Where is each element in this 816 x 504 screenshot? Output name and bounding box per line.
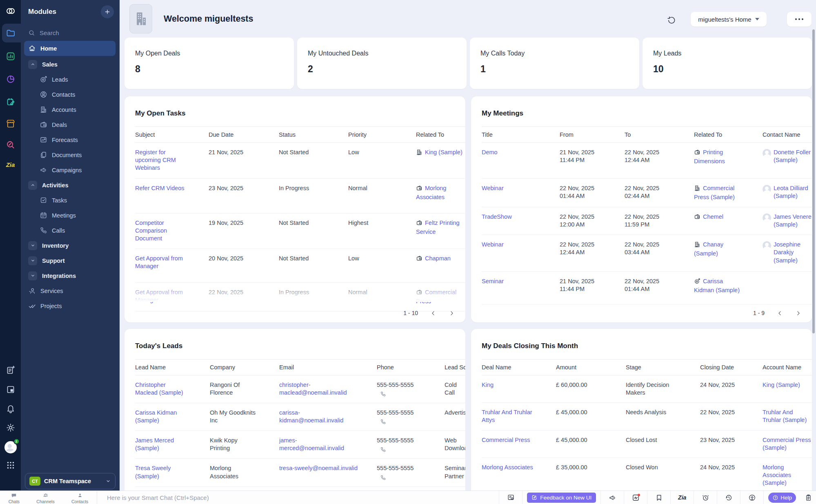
- bookmark-tag-icon[interactable]: [647, 491, 670, 504]
- related-link[interactable]: Chemel: [703, 213, 723, 220]
- next-page-button[interactable]: [449, 310, 455, 316]
- sidebar-item-home[interactable]: Home: [24, 41, 116, 56]
- vertical-scrollbar[interactable]: [812, 29, 815, 333]
- settings-gear-icon[interactable]: [6, 423, 16, 433]
- modules-folder-icon[interactable]: [6, 28, 16, 38]
- notifications-bell-icon[interactable]: [6, 404, 16, 413]
- task-link[interactable]: Refer CRM Videos: [135, 185, 185, 191]
- search-input[interactable]: [39, 29, 104, 37]
- sidebar-item-meetings[interactable]: Meetings: [21, 208, 120, 223]
- smart-chat-bar[interactable]: [97, 491, 499, 504]
- email-link[interactable]: james-merced@noemail.invalid: [279, 437, 344, 451]
- stat-card-open-deals[interactable]: My Open Deals 8: [125, 38, 294, 89]
- contact-link[interactable]: Josephine Darakjy (Sample): [774, 241, 812, 264]
- table-row[interactable]: Get Approval from Manager 22 Nov, 2025In…: [135, 283, 465, 311]
- sidebar-item-forecasts[interactable]: Forecasts: [21, 132, 120, 147]
- sidebar-item-campaigns[interactable]: Campaigns: [21, 162, 120, 178]
- tab-chats[interactable]: Chats: [9, 493, 20, 504]
- sidebar-section-sales[interactable]: Sales: [21, 57, 120, 72]
- meeting-link[interactable]: Demo: [482, 149, 498, 155]
- phone-icon[interactable]: [380, 391, 427, 397]
- chevron-up-icon[interactable]: [28, 60, 37, 69]
- chevron-down-icon[interactable]: [28, 256, 37, 265]
- more-options-button[interactable]: [787, 12, 812, 27]
- task-link[interactable]: Get Approval from Manager: [135, 289, 183, 303]
- activity-pulse-icon[interactable]: [624, 491, 647, 504]
- table-row[interactable]: Refer CRM Videos 23 Nov, 2025In Progress…: [135, 179, 465, 213]
- compose-note-icon[interactable]: [6, 365, 16, 375]
- announcements-megaphone-icon[interactable]: [600, 491, 624, 504]
- reports-pie-icon[interactable]: [6, 74, 16, 84]
- marketplace-icon[interactable]: [6, 119, 16, 129]
- contact-link[interactable]: Leota Dilliard (Sample): [774, 184, 812, 200]
- chevron-down-icon[interactable]: [28, 271, 37, 280]
- sidebar-item-documents[interactable]: Documents: [21, 147, 120, 162]
- sidebar-item-calls[interactable]: Calls: [21, 223, 120, 238]
- email-link[interactable]: carissa-kidman@noemail.invalid: [279, 409, 343, 424]
- task-link[interactable]: Get Apporval from Manager: [135, 255, 183, 269]
- sidebar-item-projects[interactable]: Projects: [21, 298, 120, 313]
- deal-link[interactable]: Morlong Associates: [482, 464, 533, 471]
- table-row[interactable]: Webinar 22 Nov, 202501:44 AM 22 Nov, 202…: [482, 179, 812, 207]
- deal-link[interactable]: King: [482, 382, 494, 388]
- related-link[interactable]: Carissa Kidman (Sample): [694, 278, 740, 293]
- lead-link[interactable]: Carissa Kidman (Sample): [135, 409, 177, 424]
- account-link[interactable]: King (Sample): [763, 382, 800, 388]
- next-page-button[interactable]: [795, 310, 801, 316]
- zoho-logo-icon[interactable]: [6, 6, 16, 16]
- table-row[interactable]: Seminar 21 Nov, 202511:44 PM 22 Nov, 202…: [482, 272, 812, 304]
- zia-icon[interactable]: Zia: [670, 491, 694, 504]
- add-module-button[interactable]: [101, 5, 114, 18]
- chevron-up-icon[interactable]: [28, 181, 37, 190]
- table-row[interactable]: Christopher Maclead (Sample) Rangoni Of …: [135, 375, 465, 403]
- table-row[interactable]: Demo 21 Nov, 202511:44 PM 22 Nov, 202512…: [482, 143, 812, 179]
- table-row[interactable]: Competitor Comparison Document 19 Nov, 2…: [135, 213, 465, 249]
- contact-link[interactable]: Donette Foller (Sample): [774, 149, 812, 164]
- table-row[interactable]: Webinar 22 Nov, 202512:44 AM 22 Nov, 202…: [482, 235, 812, 272]
- stat-card-my-leads[interactable]: My Leads 10: [643, 38, 812, 89]
- sidebar-search[interactable]: [28, 29, 112, 37]
- notes-icon[interactable]: [6, 97, 16, 107]
- table-row[interactable]: Tresa Sweely (Sample) Morlong Associates…: [135, 459, 465, 486]
- reminders-alarm-icon[interactable]: [694, 491, 717, 504]
- sidebar-item-leads[interactable]: Leads: [21, 72, 120, 87]
- sidebar-item-deals[interactable]: Deals: [21, 117, 120, 132]
- table-row[interactable]: Truhlar And Truhlar Attys £ 45,000.00 Ne…: [482, 403, 812, 430]
- table-row[interactable]: Get Apporval from Manager 20 Nov, 2025No…: [135, 249, 465, 283]
- contact-link[interactable]: James Venere (Sample): [774, 213, 812, 229]
- table-row[interactable]: Commercial Press £ 45,000.00 Closed Lost…: [482, 431, 812, 458]
- phone-icon[interactable]: [380, 419, 427, 425]
- screen-share-icon[interactable]: [499, 491, 522, 504]
- user-avatar[interactable]: !: [3, 440, 18, 455]
- sidebar-section-inventory[interactable]: Inventory: [21, 238, 120, 253]
- account-link[interactable]: Commercial Press (Sample): [763, 437, 811, 451]
- sidebar-item-services[interactable]: Services: [21, 283, 120, 298]
- help-button[interactable]: Help: [768, 493, 796, 503]
- home-view-selector[interactable]: migueltests's Home: [691, 12, 767, 27]
- table-row[interactable]: Register for upcoming CRM Webinars 21 No…: [135, 143, 465, 179]
- deal-link[interactable]: Truhlar And Truhlar Attys: [482, 409, 532, 423]
- stat-card-untouched-deals[interactable]: My Untouched Deals 2: [297, 38, 467, 89]
- table-row[interactable]: King £ 60,000.00 Identify Decision Maker…: [482, 375, 812, 403]
- clipboard-icon[interactable]: [800, 491, 816, 504]
- recent-history-icon[interactable]: [717, 491, 740, 504]
- refresh-icon[interactable]: [667, 16, 676, 24]
- related-link[interactable]: Chapman: [425, 255, 451, 262]
- related-link[interactable]: King (Sample): [425, 149, 462, 155]
- lead-link[interactable]: Christopher Maclead (Sample): [135, 382, 183, 396]
- sidebar-item-contacts[interactable]: Contacts: [21, 87, 120, 102]
- feedback-button[interactable]: Feedback on New UI: [527, 493, 596, 503]
- analytics-icon[interactable]: [6, 51, 16, 61]
- meeting-link[interactable]: TradeShow: [482, 213, 512, 220]
- email-link[interactable]: tresa-sweely@noemail.invalid: [279, 465, 358, 471]
- lead-link[interactable]: James Merced (Sample): [135, 437, 174, 451]
- stat-card-calls-today[interactable]: My Calls Today 1: [470, 38, 639, 89]
- meeting-link[interactable]: Seminar: [482, 278, 504, 284]
- account-link[interactable]: Truhlar And Truhlar (Sample): [763, 409, 807, 423]
- sidebar-item-accounts[interactable]: Accounts: [21, 102, 120, 117]
- email-link[interactable]: christopher-maclead@noemail.invalid: [279, 382, 347, 396]
- task-link[interactable]: Competitor Comparison Document: [135, 220, 167, 242]
- chevron-down-icon[interactable]: [28, 241, 37, 250]
- calendar-rail-icon[interactable]: [6, 384, 16, 394]
- teamspace-selector[interactable]: CT CRM Teamspace: [25, 473, 116, 489]
